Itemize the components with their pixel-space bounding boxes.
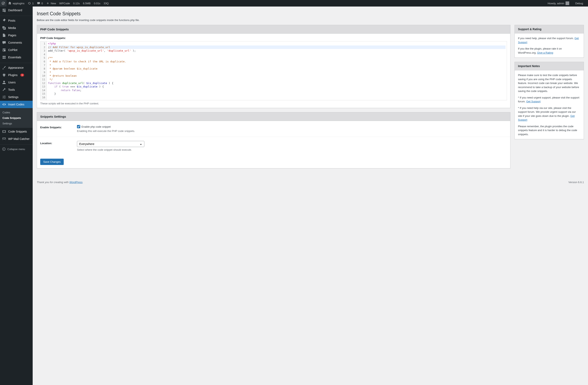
location-label: Location:	[40, 141, 77, 145]
page-icon	[2, 33, 6, 37]
important-notes-header: Important Notes	[515, 62, 584, 70]
snippets-settings-header: Snippets Settings	[37, 112, 510, 121]
admin-bar: wpplugins 1 0 New WPCode 0.12s 6.5MB 0.0…	[0, 0, 588, 6]
menu-settings[interactable]: Settings	[0, 93, 33, 101]
sliders-icon	[2, 95, 6, 99]
site-name[interactable]: wpplugins	[6, 0, 26, 6]
debug-link[interactable]: Debug	[574, 0, 585, 6]
new-content[interactable]: New	[44, 0, 58, 6]
location-select[interactable]: Everywhere	[77, 141, 144, 147]
perf-memory[interactable]: 6.5MB	[81, 0, 92, 6]
menu-wp-mail-catcher[interactable]: WP Mail Catcher	[0, 135, 33, 143]
version-label: Version 6.6.1	[568, 181, 584, 184]
media-icon	[2, 26, 6, 30]
submenu-codes[interactable]: Codes	[0, 110, 33, 115]
wordpress-icon	[2, 2, 5, 5]
my-account[interactable]: Howdy, admin	[546, 0, 571, 6]
code-icon	[2, 102, 6, 106]
plugins-update-badge: 1	[21, 74, 24, 77]
embed-icon	[2, 130, 6, 134]
submenu-code-snippets[interactable]: Code Snippets	[0, 115, 33, 121]
enable-snippets-checkbox[interactable]	[77, 125, 80, 128]
enable-snippets-label: Enable Snippets:	[40, 125, 77, 129]
code-gutter: 12345678910111213141516	[41, 41, 47, 100]
menu-users[interactable]: Users	[0, 79, 33, 86]
location-help: Select where the code snippet should exe…	[77, 148, 507, 151]
admin-sidebar: Dashboard Posts Media Pages Comments CoP…	[0, 6, 33, 385]
php-snippets-header: PHP Code Snippets	[37, 25, 510, 34]
menu-pages[interactable]: Pages	[0, 32, 33, 39]
plus-icon	[46, 2, 49, 5]
code-lines[interactable]: <?php // Add Filter for wpcp_is_duplicat…	[47, 41, 507, 100]
comments-count[interactable]: 0	[35, 0, 44, 6]
menu-media[interactable]: Media	[0, 24, 33, 32]
menu-appearance[interactable]: Appearance	[0, 64, 33, 71]
code-editor[interactable]: 12345678910111213141516 <?php // Add Fil…	[40, 41, 507, 100]
menu-copilot[interactable]: CoPilot	[0, 46, 33, 54]
submenu-settings[interactable]: Settings	[0, 121, 33, 126]
submenu-insert-codes: Codes Code Snippets Settings	[0, 108, 33, 128]
wordpress-link[interactable]: WordPress	[69, 181, 83, 184]
brush-icon	[2, 66, 6, 70]
grid-icon	[2, 55, 6, 59]
save-changes-button[interactable]: Save Changes	[40, 159, 64, 165]
home-icon	[8, 2, 11, 5]
menu-code-snippets[interactable]: Code Snippets	[0, 128, 33, 135]
menu-plugins[interactable]: Plugins1	[0, 71, 33, 79]
perf-time[interactable]: 0.12s	[71, 0, 81, 6]
pin-icon	[2, 19, 6, 23]
perf-queries[interactable]: 33Q	[102, 0, 110, 6]
support-rating-header: Support & Rating	[515, 25, 584, 34]
php-snippets-postbox: PHP Code Snippets PHP Code Snippets: 123…	[37, 25, 510, 108]
menu-dashboard[interactable]: Dashboard	[0, 6, 33, 14]
give-rating-link[interactable]: Give a Rating	[537, 51, 553, 54]
menu-insert-codes[interactable]: Insert Codes	[0, 101, 33, 108]
perf-time2[interactable]: 0.01s	[92, 0, 102, 6]
page-description: Bellow are the code editor fields for in…	[37, 19, 584, 22]
enable-snippets-checkbox-label[interactable]: Enable php code snippet	[77, 125, 507, 128]
mail-icon	[2, 137, 6, 141]
collapse-menu[interactable]: Collapse menu	[0, 146, 33, 153]
comment-icon	[37, 2, 40, 5]
svg-point-0	[2, 148, 5, 151]
wrench-icon	[2, 88, 6, 92]
enable-snippets-help: Enabling this will execute the PHP code …	[77, 130, 507, 133]
php-snippets-help: These scripts will be executed in the PH…	[40, 102, 507, 105]
dashboard-icon	[2, 8, 6, 12]
comment-icon	[2, 40, 6, 45]
collapse-icon	[2, 147, 6, 151]
updates[interactable]: 1	[26, 0, 35, 6]
wp-logo[interactable]	[0, 0, 6, 6]
menu-essentials[interactable]: Essentials	[0, 54, 33, 61]
important-notes-postbox: Important Notes Please make sure to test…	[514, 62, 584, 139]
user-icon	[2, 80, 6, 84]
php-snippets-label: PHP Code Snippets:	[40, 37, 507, 39]
page-content: Insert Code Snippets Bellow are the code…	[33, 6, 588, 385]
menu-comments[interactable]: Comments	[0, 39, 33, 46]
menu-tools[interactable]: Tools	[0, 86, 33, 93]
page-title: Insert Code Snippets	[37, 11, 584, 17]
update-icon	[28, 2, 31, 5]
avatar	[566, 1, 569, 5]
plug-icon	[2, 73, 6, 77]
wpcode-menu[interactable]: WPCode	[58, 0, 71, 6]
footer: Thank you for creating with WordPress. V…	[37, 181, 584, 184]
snippets-settings-postbox: Snippets Settings Enable Snippets: Enabl…	[37, 112, 510, 168]
get-support-link-2[interactable]: Get Support	[526, 100, 540, 103]
support-rating-postbox: Support & Rating If you need help, pleas…	[514, 25, 584, 58]
menu-posts[interactable]: Posts	[0, 17, 33, 24]
copilot-icon	[2, 48, 6, 52]
